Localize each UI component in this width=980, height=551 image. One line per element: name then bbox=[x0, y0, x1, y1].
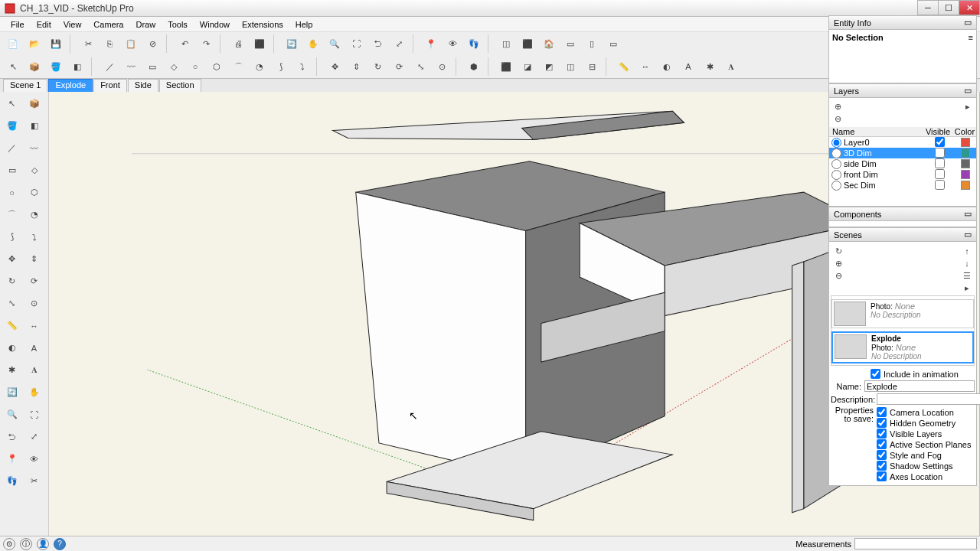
layer-row[interactable]: 3D Dim bbox=[829, 148, 976, 158]
layer-row[interactable]: Sec Dim bbox=[829, 180, 976, 191]
tab-section[interactable]: Section bbox=[159, 79, 201, 92]
eraser-icon[interactable]: ◧ bbox=[67, 57, 87, 77]
layer-visible-checkbox[interactable] bbox=[935, 158, 945, 168]
entity-menu-icon[interactable]: ≡ bbox=[969, 33, 973, 42]
tab-side[interactable]: Side bbox=[128, 79, 158, 92]
layer-color-swatch[interactable] bbox=[961, 159, 970, 168]
scene-prop-checkbox[interactable] bbox=[877, 407, 887, 417]
cut-icon[interactable]: ✂ bbox=[78, 34, 98, 54]
look-around-icon[interactable]: 👁 bbox=[443, 34, 462, 54]
tab-explode[interactable]: Explode bbox=[48, 79, 93, 92]
walk-tool-icon[interactable]: 👣 bbox=[2, 471, 22, 491]
menu-edit[interactable]: Edit bbox=[31, 18, 57, 31]
move-down-icon[interactable]: ↓ bbox=[961, 257, 973, 269]
freehand-icon[interactable]: 〰 bbox=[121, 57, 141, 77]
geo-icon[interactable]: ⊙ bbox=[3, 538, 15, 550]
layers-col-visible[interactable]: Visible bbox=[923, 127, 953, 136]
section-tool-icon[interactable]: ✂ bbox=[24, 471, 44, 491]
top-icon[interactable]: ⬛ bbox=[518, 34, 537, 54]
erase-icon[interactable]: ⊘ bbox=[142, 34, 162, 54]
model-icon[interactable]: ⬛ bbox=[250, 34, 270, 54]
layer-color-swatch[interactable] bbox=[961, 181, 970, 190]
scene-prop-checkbox[interactable] bbox=[877, 418, 887, 428]
scene-prop-checkbox[interactable] bbox=[877, 439, 887, 449]
user-icon[interactable]: 👤 bbox=[37, 538, 49, 550]
redo-icon[interactable]: ↷ bbox=[196, 34, 216, 54]
scene-prop-checkbox[interactable] bbox=[877, 471, 887, 481]
offset-tool-icon[interactable]: ⊙ bbox=[24, 293, 44, 314]
paste-icon[interactable]: 📋 bbox=[121, 34, 141, 54]
entity-info-header[interactable]: Entity Info ▭ bbox=[828, 15, 977, 30]
layers-header[interactable]: Layers ▭ bbox=[828, 83, 977, 98]
layer-color-swatch[interactable] bbox=[961, 148, 970, 158]
paint-tool-icon[interactable]: 🪣 bbox=[2, 116, 22, 136]
scale-icon[interactable]: ⤡ bbox=[410, 57, 430, 77]
select-icon[interactable]: ↖ bbox=[3, 57, 23, 77]
solid-split-icon[interactable]: ⊟ bbox=[582, 57, 602, 77]
line-tool-icon[interactable]: ／ bbox=[2, 138, 22, 158]
scale-tool-icon[interactable]: ⤡ bbox=[2, 293, 22, 314]
new-icon[interactable]: 📄 bbox=[3, 34, 23, 54]
zoomwin-tool-icon[interactable]: ⛶ bbox=[24, 404, 44, 425]
maximize-button[interactable]: ☐ bbox=[938, 0, 959, 15]
zoom-prev-icon[interactable]: ⮌ bbox=[368, 34, 387, 54]
panel-toggle-icon[interactable]: ▭ bbox=[964, 230, 972, 240]
solid-intersect-icon[interactable]: ◪ bbox=[518, 57, 537, 77]
solid-subtract-icon[interactable]: ◩ bbox=[539, 57, 559, 77]
pie-tool-icon[interactable]: ◔ bbox=[24, 204, 44, 225]
scene-prop-checkbox[interactable] bbox=[877, 461, 887, 471]
axes-icon[interactable]: ✱ bbox=[700, 57, 720, 77]
circle-icon[interactable]: ○ bbox=[185, 57, 205, 77]
scene-desc-input[interactable] bbox=[877, 393, 980, 405]
select-tool-icon[interactable]: ↖ bbox=[2, 93, 22, 114]
menu-window[interactable]: Window bbox=[194, 18, 236, 31]
make-component-icon[interactable]: 📦 bbox=[24, 93, 44, 114]
menu-view[interactable]: View bbox=[57, 18, 88, 31]
close-button[interactable]: ✕ bbox=[959, 0, 980, 15]
pan-tool-icon[interactable]: ✋ bbox=[24, 382, 44, 403]
layer-radio[interactable] bbox=[831, 181, 841, 191]
arc2-tool-icon[interactable]: ⟆ bbox=[2, 227, 22, 247]
protractor-icon[interactable]: ◐ bbox=[657, 57, 677, 77]
tape-icon[interactable]: 📏 bbox=[614, 57, 634, 77]
help-icon[interactable]: ? bbox=[54, 538, 66, 550]
left-icon[interactable]: ▭ bbox=[603, 34, 623, 54]
menu-draw[interactable]: Draw bbox=[129, 18, 162, 31]
components-header[interactable]: Components ▭ bbox=[828, 207, 977, 221]
move-icon[interactable]: ✥ bbox=[325, 57, 345, 77]
layer-row[interactable]: Layer0 bbox=[829, 137, 976, 148]
outer-shell-icon[interactable]: ⬢ bbox=[464, 57, 484, 77]
arc-tool-icon[interactable]: ⌒ bbox=[2, 204, 22, 225]
front-icon[interactable]: 🏠 bbox=[539, 34, 559, 54]
layer-details-icon[interactable]: ▸ bbox=[962, 100, 974, 112]
details-icon[interactable]: ▸ bbox=[961, 282, 973, 294]
circle-tool-icon[interactable]: ○ bbox=[2, 182, 22, 203]
include-animation-checkbox[interactable] bbox=[871, 369, 880, 379]
measurements-input[interactable] bbox=[854, 538, 977, 549]
tab-front[interactable]: Front bbox=[93, 79, 127, 92]
scene-prop-checkbox[interactable] bbox=[877, 450, 887, 460]
layer-visible-checkbox[interactable] bbox=[935, 148, 945, 158]
protractor-tool-icon[interactable]: ◐ bbox=[2, 337, 22, 358]
menu-tools[interactable]: Tools bbox=[162, 18, 194, 31]
zoom-tool-icon[interactable]: 🔍 bbox=[2, 404, 22, 425]
minimize-button[interactable]: ─ bbox=[917, 0, 939, 15]
layer-visible-checkbox[interactable] bbox=[935, 137, 945, 147]
scene-item[interactable]: Explode Photo: None No Description bbox=[831, 331, 974, 364]
save-icon[interactable]: 💾 bbox=[46, 34, 66, 54]
zoom-extents-icon[interactable]: ⤢ bbox=[389, 34, 409, 54]
walk-icon[interactable]: 👣 bbox=[464, 34, 484, 54]
layer-color-swatch[interactable] bbox=[961, 170, 970, 179]
zoom-window-icon[interactable]: ⛶ bbox=[346, 34, 366, 54]
panel-toggle-icon[interactable]: ▭ bbox=[964, 209, 972, 219]
layer-radio[interactable] bbox=[831, 159, 841, 169]
pie-icon[interactable]: ◔ bbox=[250, 57, 270, 77]
pushpull-icon[interactable]: ⇕ bbox=[346, 57, 366, 77]
open-icon[interactable]: 📂 bbox=[24, 34, 44, 54]
3pt-arc-icon[interactable]: ⤵ bbox=[292, 57, 312, 77]
zoom-icon[interactable]: 🔍 bbox=[325, 34, 345, 54]
prev-tool-icon[interactable]: ⮌ bbox=[2, 426, 22, 447]
paint-icon[interactable]: 🪣 bbox=[46, 57, 66, 77]
rotated-rect-icon[interactable]: ◇ bbox=[164, 57, 184, 77]
solid-trim-icon[interactable]: ◫ bbox=[560, 57, 580, 77]
